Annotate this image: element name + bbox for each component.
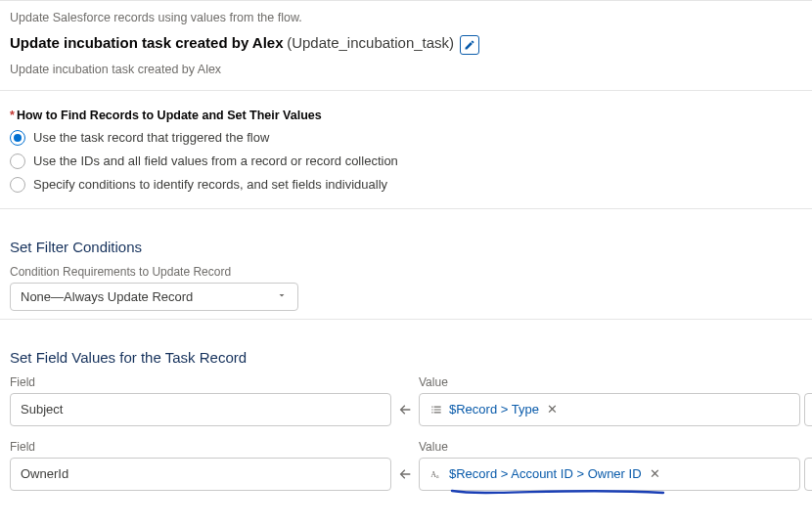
clear-value-button[interactable]: ✕ [650, 466, 660, 481]
value-reference: $Record > Account ID > Owner ID [449, 466, 642, 481]
radio-icon [10, 177, 25, 193]
condition-requirements-select[interactable]: None—Always Update Record [10, 283, 298, 311]
chevron-down-icon [276, 289, 288, 304]
field-input[interactable]: Subject [10, 393, 391, 426]
set-field-values-heading: Set Field Values for the Task Record [10, 349, 802, 366]
assignment-arrow-icon [391, 393, 419, 426]
svg-text:a: a [436, 473, 439, 479]
value-input[interactable]: Aa$Record > Account ID > Owner ID✕ [419, 458, 800, 491]
edit-button[interactable] [460, 35, 479, 55]
field-input-value: OwnerId [21, 466, 68, 481]
required-star-icon: * [10, 109, 15, 122]
clear-value-button[interactable]: ✕ [547, 402, 558, 416]
element-subtitle: Update incubation task created by Alex [10, 63, 802, 76]
find-option-0[interactable]: Use the task record that triggered the f… [10, 130, 802, 146]
pencil-icon [464, 39, 475, 51]
find-option-1[interactable]: Use the IDs and all field values from a … [10, 153, 802, 169]
field-column-label: Field [10, 375, 391, 389]
find-option-label: Use the task record that triggered the f… [33, 130, 269, 145]
field-column-label: Field [10, 440, 391, 454]
find-option-label: Use the IDs and all field values from a … [33, 153, 398, 168]
assignment-arrow-icon [391, 458, 419, 491]
radio-icon [10, 130, 25, 146]
value-column-label: Value [419, 375, 800, 389]
delete-row-button[interactable] [804, 393, 812, 426]
find-records-heading: *How to Find Records to Update and Set T… [10, 109, 802, 122]
value-input[interactable]: $Record > Type✕ [419, 393, 800, 426]
find-option-label: Specify conditions to identify records, … [33, 177, 387, 192]
element-title: Update incubation task created by Alex [10, 34, 284, 51]
text-type-icon: Aa [429, 467, 443, 481]
element-api-name: (Update_incubation_task) [287, 34, 454, 51]
condition-requirements-label: Condition Requirements to Update Record [10, 265, 802, 279]
value-reference: $Record > Type [449, 402, 539, 416]
element-description: Update Salesforce records using values f… [10, 11, 802, 24]
value-column-label: Value [419, 440, 800, 454]
find-option-2[interactable]: Specify conditions to identify records, … [10, 177, 802, 193]
delete-row-button[interactable] [804, 458, 812, 491]
radio-icon [10, 153, 25, 169]
filter-conditions-heading: Set Filter Conditions [10, 239, 802, 255]
svg-text:A: A [430, 469, 436, 478]
field-input[interactable]: OwnerId [10, 458, 391, 491]
field-input-value: Subject [21, 402, 63, 416]
condition-requirements-value: None—Always Update Record [21, 289, 193, 304]
picklist-icon [429, 403, 443, 416]
